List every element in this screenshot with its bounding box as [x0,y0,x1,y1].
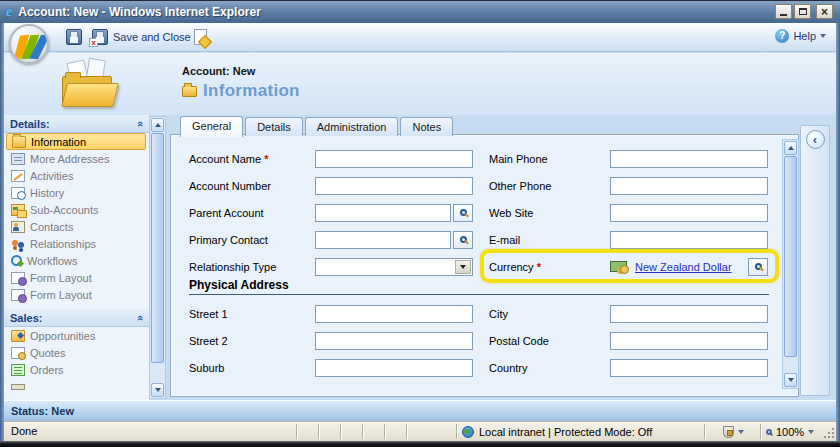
dynamics-crm-logo[interactable] [9,24,49,64]
country-input[interactable] [610,359,768,377]
save-and-close-button[interactable]: x Save and Close [90,28,193,46]
opportunities-icon [11,330,25,342]
form-row-postal-code: Postal Code [489,327,768,354]
zoom-control[interactable]: 100% [762,422,822,441]
scrollbar-thumb[interactable] [784,156,797,357]
suburb-input[interactable] [315,359,473,377]
sidebar-item-quotes[interactable]: Quotes [4,344,149,361]
collapse-panel-button[interactable]: ‹ [806,130,825,149]
account-number-input[interactable] [315,177,473,195]
security-zone-cell: Local intranet | Protected Mode: Off [456,422,652,441]
tab-general[interactable]: General [180,116,243,137]
main-phone-input[interactable] [610,150,768,168]
collapse-section-icon[interactable]: « [135,314,147,320]
e-mail-input[interactable] [610,231,768,249]
scrollbar-thumb[interactable] [151,133,164,363]
close-button[interactable]: × [816,4,833,19]
street-1-input[interactable] [315,305,473,323]
sidebar-item-form-layout[interactable]: Form Layout [4,269,149,286]
field-label: Relationship Type [189,261,315,273]
tab-details[interactable]: Details [245,117,303,136]
status-separator [362,424,363,439]
other-phone-input[interactable] [610,177,768,195]
scroll-up-button[interactable] [151,118,164,132]
city-input[interactable] [610,305,768,323]
address-column-right: CityPostal CodeCountry [489,300,768,381]
sidebar-section-header-details[interactable]: Details:« [4,115,149,133]
minimize-icon [780,14,787,16]
parent-account-lookup-button[interactable] [453,204,473,222]
clipped-item-icon [11,384,25,390]
sidebar-item-label: Activities [30,170,73,182]
resize-grip[interactable] [822,426,835,439]
form-row-street-1: Street 1 [189,300,473,327]
sidebar-item-label: Form Layout [30,272,92,284]
field-label: Account Number [189,180,315,192]
sidebar-item-workflows[interactable]: Workflows [4,252,149,269]
form-row-e-mail: E-mail [489,226,768,253]
field-label: City [489,308,610,320]
sidebar-item-orders[interactable]: Orders [4,361,149,378]
triangle-down-icon [155,388,161,392]
postal-code-input[interactable] [610,332,768,350]
collapse-section-icon[interactable]: « [135,120,147,126]
sidebar-item-contacts[interactable]: Contacts [4,218,149,235]
sidebar-item-clipped[interactable] [4,378,149,395]
status-separator [406,424,407,439]
sidebar-item-information[interactable]: Information [6,133,146,150]
sidebar-item-label: Opportunities [30,330,95,342]
protected-mode-button[interactable] [707,422,759,441]
street-2-input[interactable] [315,332,473,350]
sidebar-item-label: Workflows [27,255,78,267]
sidebar-item-sub-accounts[interactable]: Sub-Accounts [4,201,149,218]
title-bar[interactable]: e Account: New - Windows Internet Explor… [0,1,840,23]
form-row-account-name: Account Name* [189,145,473,172]
sidebar-item-history[interactable]: History [4,184,149,201]
form-scrollbar[interactable] [782,139,799,389]
sidebar-item-activities[interactable]: Activities [4,167,149,184]
sidebar-item-form-layout[interactable]: Form Layout [4,286,149,303]
minimize-button[interactable] [775,4,792,19]
currency-value-link[interactable]: New Zealand Dollar [635,261,732,273]
field-label: Primary Contact [189,234,315,246]
form-layout-icon [11,272,25,284]
sidebar-section-label: Sales: [10,312,138,324]
sidebar-section-header-sales[interactable]: Sales:« [4,309,149,327]
field-label: Suburb [189,362,315,374]
scroll-down-button[interactable] [784,373,797,387]
scroll-down-button[interactable] [151,383,164,397]
relationship-type-select[interactable] [315,258,473,276]
status-label: Status: New [11,405,74,417]
account-name-input[interactable] [315,150,473,168]
sidebar-item-label: Contacts [30,221,73,233]
form-row-primary-contact: Primary Contact [189,226,473,253]
scroll-up-button[interactable] [784,141,797,155]
field-label: E-mail [489,234,610,246]
dropdown-button[interactable] [455,260,471,274]
form-row-suburb: Suburb [189,354,473,381]
sidebar-scrollbar[interactable] [149,116,166,399]
sidebar-item-opportunities[interactable]: Opportunities [4,327,149,344]
browser-status-text: Done [11,425,37,437]
magnifier-icon [460,236,467,243]
parent-account-input[interactable] [315,204,451,222]
form-column-right: Main PhoneOther PhoneWeb SiteE-mailCurre… [489,145,768,280]
tab-administration[interactable]: Administration [305,117,399,136]
primary-contact-input[interactable] [315,231,451,249]
save-and-new-button[interactable] [192,28,209,46]
orders-icon [11,364,25,376]
maximize-button[interactable] [794,4,811,19]
currency-lookup-button[interactable] [748,258,768,276]
help-menu[interactable]: ? Help [775,29,826,43]
sidebar-item-more-addresses[interactable]: More Addresses [4,150,149,167]
tab-notes[interactable]: Notes [400,117,453,136]
status-separator [760,424,761,439]
sidebar-item-relationships[interactable]: Relationships [4,235,149,252]
save-button[interactable] [64,28,84,46]
sidebar-item-label: History [30,187,64,199]
currency-icon [610,260,629,273]
status-separator [340,424,341,439]
page-header: Account: New Information [4,53,836,115]
primary-contact-lookup-button[interactable] [453,231,473,249]
web-site-input[interactable] [610,204,768,222]
